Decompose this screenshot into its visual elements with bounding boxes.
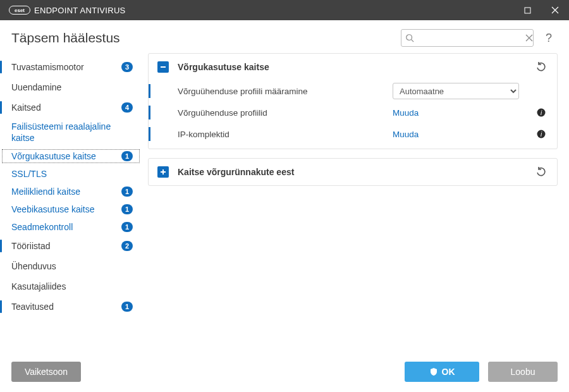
ok-button[interactable]: OK [405, 362, 479, 382]
sidebar-item-device-control[interactable]: Seadmekontroll 1 [0, 218, 142, 236]
badge: 1 [121, 151, 133, 161]
sidebar-item-web-protection[interactable]: Veebikasutuse kaitse 1 [0, 200, 142, 218]
row-ip-sets: IP-komplektid Muuda i [149, 123, 557, 145]
edit-ipsets-link[interactable]: Muuda [393, 130, 419, 139]
sidebar-item-ui[interactable]: Kasutajaliides [0, 276, 142, 297]
collapse-icon [157, 61, 169, 73]
footer: Vaiketsoon OK Loobu [0, 354, 569, 389]
svg-point-3 [407, 35, 412, 40]
brand-logo: eset [9, 6, 30, 15]
search-box[interactable] [401, 29, 534, 47]
sidebar-item-protections[interactable]: Kaitsed 4 [0, 97, 142, 118]
svg-rect-2 [525, 8, 530, 13]
info-icon[interactable]: i [534, 130, 548, 138]
panel-network-protection: Võrgukasutuse kaitse Võrguühenduse profi… [148, 53, 558, 149]
window-close-button[interactable] [541, 0, 569, 20]
badge: 1 [121, 187, 133, 197]
svg-rect-5 [161, 66, 166, 68]
sidebar-item-tools[interactable]: Tööriistad 2 [0, 236, 142, 256]
default-zone-button[interactable]: Vaiketsoon [11, 362, 81, 382]
panel-network-attack: Kaitse võrgurünnakute eest [148, 158, 558, 186]
content: Võrgukasutuse kaitse Võrguühenduse profi… [142, 53, 569, 354]
undo-icon[interactable] [534, 60, 548, 74]
brand-text: ENDPOINT ANTIVIRUS [34, 6, 126, 15]
cancel-button[interactable]: Loobu [488, 362, 558, 382]
info-icon[interactable]: i [534, 108, 548, 117]
profile-assignment-dropdown[interactable]: Automaatne [393, 83, 519, 99]
sidebar-item-notifications[interactable]: Teavitused 1 [0, 297, 142, 317]
panel-head[interactable]: Võrgukasutuse kaitse [149, 54, 557, 80]
sidebar-item-connectivity[interactable]: Ühenduvus [0, 256, 142, 276]
clear-icon[interactable] [525, 34, 533, 42]
expand-icon [157, 166, 169, 178]
panel-head[interactable]: Kaitse võrgurünnakute eest [149, 159, 557, 185]
shield-icon [429, 367, 438, 376]
badge: 4 [121, 102, 133, 113]
edit-profiles-link[interactable]: Muuda [393, 108, 419, 118]
sidebar-item-realtime-fs[interactable]: Failisüsteemi reaalajaline kaitse [0, 118, 142, 147]
search-input[interactable] [414, 34, 525, 43]
svg-text:eset: eset [15, 8, 25, 13]
badge: 3 [121, 62, 133, 72]
badge: 1 [121, 204, 133, 214]
search-icon [405, 34, 414, 42]
sidebar: Tuvastamismootor 3 Uuendamine Kaitsed 4 … [0, 53, 142, 354]
help-icon: ? [546, 32, 552, 45]
row-profile-assignment: Võrguühenduse profiili määramine Automaa… [149, 80, 557, 102]
page-title: Täpsem häälestus [11, 30, 401, 46]
badge: 1 [121, 222, 133, 232]
badge: 1 [121, 302, 133, 312]
badge: 2 [121, 241, 133, 251]
svg-rect-11 [162, 169, 164, 175]
titlebar: eset ENDPOINT ANTIVIRUS [0, 0, 569, 20]
help-button[interactable]: ? [540, 29, 558, 47]
undo-icon[interactable] [534, 165, 548, 179]
topbar: Täpsem häälestus ? [0, 20, 569, 53]
sidebar-item-network-protection[interactable]: Võrgukasutuse kaitse 1 [0, 147, 142, 165]
sidebar-item-email-client[interactable]: Meilikliendi kaitse 1 [0, 183, 142, 200]
sidebar-item-ssl-tls[interactable]: SSL/TLS [0, 165, 142, 183]
svg-line-4 [412, 40, 414, 42]
window-maximize-button[interactable] [513, 0, 541, 20]
row-connection-profiles: Võrguühenduse profiilid Muuda i [149, 102, 557, 123]
sidebar-item-detection-engine[interactable]: Tuvastamismootor 3 [0, 57, 142, 77]
sidebar-item-update[interactable]: Uuendamine [0, 77, 142, 97]
